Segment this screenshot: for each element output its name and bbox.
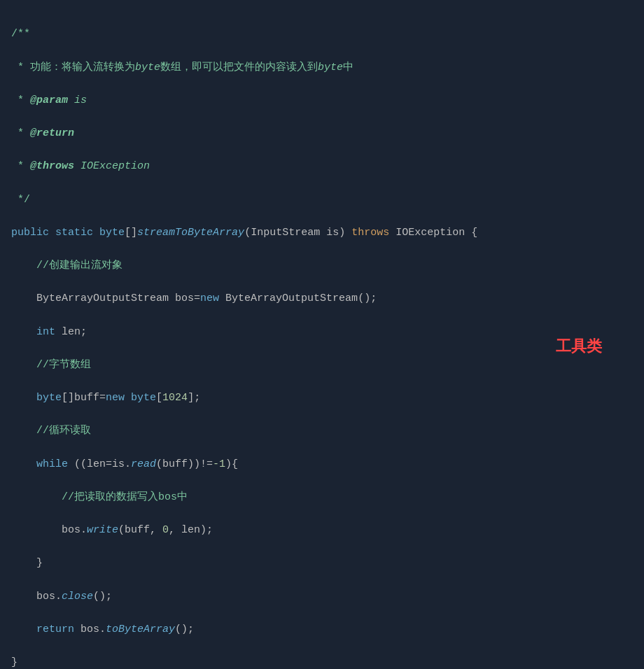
annotation-label: 工具类 [556, 336, 602, 357]
line-close-brace1: } [11, 555, 633, 572]
code-container: /** * 功能：将输入流转换为byte数组，即可以把文件的内容读入到byte中… [0, 0, 644, 669]
line-bos-write: bos.write(buff, 0, len); [11, 522, 633, 539]
line-comment-byte: //字节数组 [11, 357, 633, 374]
line-comment-start: /** [11, 26, 633, 43]
line-comment-create: //创建输出流对象 [11, 258, 633, 274]
line-bos: ByteArrayOutputStream bos=new ByteArrayO… [11, 290, 633, 307]
line-comment-loop: //循环读取 [11, 423, 633, 439]
line-int-len: int len; [11, 324, 633, 341]
line-comment-end: */ [11, 192, 633, 209]
line-func1-close: } [11, 654, 633, 669]
line-bos-close: bos.close(); [11, 589, 633, 605]
line-throws: * @throws IOException [11, 158, 633, 175]
line-param: * @param is [11, 92, 633, 109]
line-func1-sig: public static byte[]streamToByteArray(In… [11, 225, 633, 241]
line-func1-desc: * 功能：将输入流转换为byte数组，即可以把文件的内容读入到byte中 [11, 59, 633, 76]
code-block: /** * 功能：将输入流转换为byte数组，即可以把文件的内容读入到byte中… [0, 7, 644, 669]
line-comment-write: //把读取的数据写入bos中 [11, 489, 633, 506]
line-return-bos: return bos.toByteArray(); [11, 621, 633, 638]
line-while1: while ((len=is.read(buff))!=-1){ [11, 456, 633, 473]
line-buff: byte[]buff=new byte[1024]; [11, 390, 633, 407]
line-return: * @return [11, 125, 633, 142]
